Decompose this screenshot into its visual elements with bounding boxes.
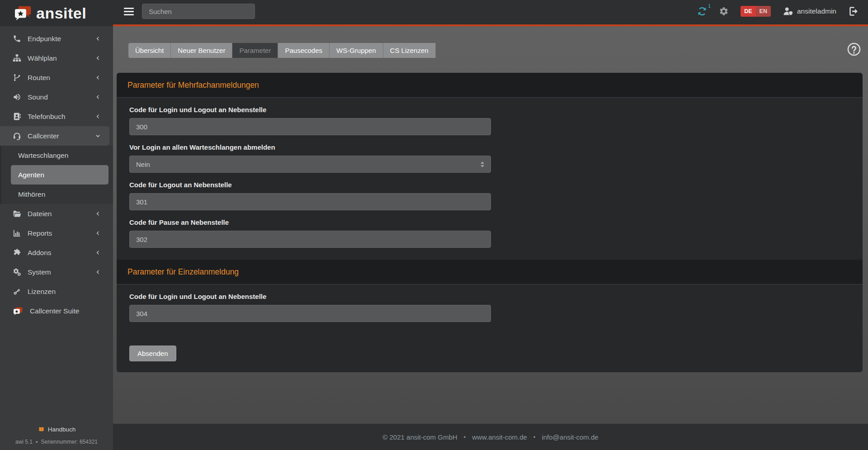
version-label: awi 5.1 [15,439,33,445]
chevron-left-icon [95,75,100,80]
app-window: ansitel 1 DE EN ansiteladmin [0,0,868,450]
chevron-left-icon [95,270,100,275]
sidebar-item-label: Routen [28,74,50,82]
sidebar-subitem-label: Agenten [18,171,44,179]
sidebar-subitem-label: Mithören [18,190,45,199]
sidebar-item-label: Telefonbuch [28,113,66,121]
phone-icon [13,34,21,43]
gear-icon [719,6,729,16]
sidebar-item-sound[interactable]: Sound [0,87,113,107]
tab-neuer-benutzer[interactable]: Neuer Benutzer [171,43,232,58]
footer: © 2021 ansit-com GmbH • www.ansit-com.de… [113,424,868,450]
sign-out-icon [848,6,859,17]
sidebar-item-routen[interactable]: Routen [0,68,113,87]
website-link[interactable]: www.ansit-com.de [472,433,527,441]
language-de-button[interactable]: DE [741,6,755,17]
headset-icon [13,132,21,140]
sidebar-item-callcenter-suite[interactable]: Callcenter Suite [0,301,113,321]
field-label: Code für Login und Logout an Nebenstelle [129,293,850,300]
main-content: Übersicht Neuer Benutzer Parameter Pause… [113,26,868,450]
tab-cs-lizenzen[interactable]: CS Lizenzen [383,43,436,58]
tab-pausecodes[interactable]: Pausecodes [278,43,330,58]
language-en-button[interactable]: EN [756,6,771,17]
top-bar: ansitel 1 DE EN ansiteladmin [0,0,868,26]
brand-name: ansitel [36,5,86,22]
sidebar-item-endpunkte[interactable]: Endpunkte [0,29,113,48]
search-input[interactable] [142,4,255,19]
chevron-left-icon [95,95,100,99]
language-switcher: DE EN [741,6,771,17]
book-icon [38,426,45,433]
sitemap-icon [13,54,21,62]
chevron-left-icon [95,56,100,61]
separator-dot: • [533,434,536,441]
refresh-button[interactable]: 1 [697,6,707,16]
question-circle-icon [846,42,862,57]
sidebar-item-label: Endpunkte [28,35,61,43]
chat-bubbles-logo-icon [14,5,33,21]
sidebar-subitem-label: Warteschlangen [18,152,68,160]
address-book-icon [13,112,21,121]
sidebar-item-lizenzen[interactable]: Lizenzen [0,282,113,301]
tab-parameter[interactable]: Parameter [232,43,278,58]
bar-chart-icon [13,229,21,237]
user-shield-icon [783,6,793,16]
chevron-left-icon [95,211,100,216]
section-title-mehrfachanmeldungen: Parameter für Mehrfachanmeldungen [117,73,863,98]
chevron-left-icon [95,36,100,41]
separator-dot: • [36,439,38,445]
login-logout-code-input[interactable] [129,118,491,135]
section-body: Code für Login und Logout an Nebenstelle… [117,106,863,260]
sidebar-item-mithoeren[interactable]: Mithören [0,185,113,204]
settings-button[interactable] [719,6,729,16]
handbuch-label: Handbuch [48,426,76,433]
submit-button[interactable]: Absenden [129,346,176,361]
top-right-actions: 1 DE EN ansiteladmin [697,6,859,17]
sidebar-item-label: Wählplan [28,54,57,62]
sidebar-item-addons[interactable]: Addons [0,243,113,262]
tab-uebersicht[interactable]: Übersicht [128,43,171,58]
tab-bar: Übersicht Neuer Benutzer Parameter Pause… [128,42,868,59]
top-bar-main: 1 DE EN ansiteladmin [113,0,868,26]
serial-number: Seriennummer: 654321 [41,439,98,445]
field-label: Vor Login an allen Warteschlangen abmeld… [129,143,850,151]
chevron-down-icon [95,133,100,138]
field-label: Code für Login und Logout an Nebenstelle [129,106,850,114]
sidebar-item-label: Callcenter [28,132,59,140]
user-menu[interactable]: ansiteladmin [783,6,836,16]
sidebar-item-callcenter[interactable]: Callcenter [0,126,109,146]
key-icon [13,287,21,296]
einzel-login-code-input[interactable] [129,305,491,322]
select-value: Nein [136,161,150,168]
parameter-panel: Parameter für Mehrfachanmeldungen Code f… [117,73,863,372]
abmelden-select[interactable]: Nein [129,156,491,173]
tab-ws-gruppen[interactable]: WS-Gruppen [330,43,383,58]
handbuch-link[interactable]: Handbuch [38,426,76,433]
submit-row: Absenden [129,346,863,361]
sidebar-item-system[interactable]: System [0,262,113,282]
username: ansiteladmin [797,7,836,15]
field-label: Code für Pause an Nebenstelle [129,218,850,226]
brand-logo[interactable]: ansitel [0,0,113,26]
sidebar-item-reports[interactable]: Reports [0,223,113,243]
sync-icon [697,6,707,16]
logout-code-input[interactable] [129,193,491,210]
sidebar-footer: Handbuch awi 5.1 • Seriennummer: 654321 [0,426,113,445]
version-info: awi 5.1 • Seriennummer: 654321 [0,439,113,445]
callcenter-submenu: Warteschlangen Agenten Mithören [0,146,113,204]
sidebar-item-warteschlangen[interactable]: Warteschlangen [0,146,113,165]
cogs-icon [13,268,21,276]
email-link[interactable]: info@ansit-com.de [542,433,598,441]
logout-button[interactable] [848,6,859,17]
sidebar-item-telefonbuch[interactable]: Telefonbuch [0,107,113,126]
pause-code-input[interactable] [129,231,491,248]
sidebar-item-label: Callcenter Suite [30,307,79,315]
sidebar-item-label: System [28,268,51,276]
sidebar-item-waehlplan[interactable]: Wählplan [0,48,113,68]
puzzle-icon [13,248,21,257]
chevron-left-icon [95,231,100,236]
sidebar-toggle-button[interactable] [124,8,134,15]
help-button[interactable] [846,42,862,59]
sidebar-item-dateien[interactable]: Dateien [0,204,113,223]
sidebar-item-agenten[interactable]: Agenten [11,165,108,185]
